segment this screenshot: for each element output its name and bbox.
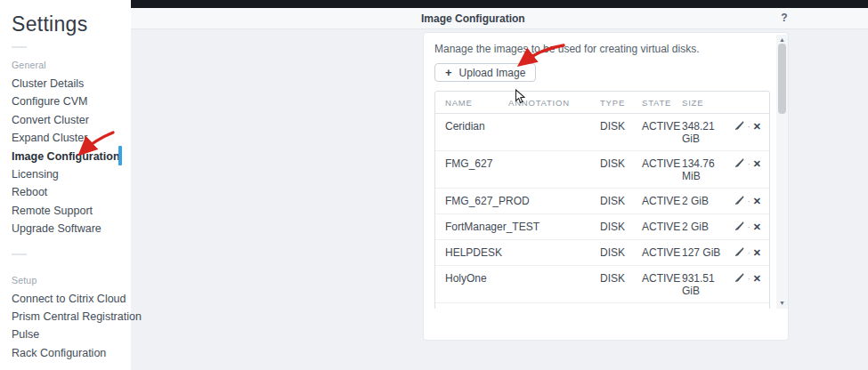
edit-pencil-icon[interactable] (735, 157, 744, 170)
cell-state: ACTIVE (642, 265, 682, 302)
selected-item-indicator (118, 146, 122, 165)
cell-type: DISK (600, 114, 642, 150)
help-icon[interactable]: ? (778, 12, 791, 26)
edit-pencil-icon[interactable] (735, 221, 744, 233)
cell-size: 519.89 GiB (682, 302, 726, 309)
top-dark-bar (131, 0, 868, 8)
card-scrollbar-thumb[interactable] (778, 44, 786, 114)
cell-actions: ·✕ (726, 239, 769, 265)
sidebar-title: Settings (12, 12, 131, 36)
cell-size: 2 GiB (682, 213, 726, 239)
cell-state: ACTIVE (642, 188, 682, 213)
table-row: FMG_627DISKACTIVE134.76 MiB·✕ (435, 150, 769, 188)
cell-actions: ·✕ (726, 265, 769, 302)
section-label-setup: Setup (12, 275, 131, 286)
sidebar-item-cluster-details[interactable]: Cluster Details (0, 75, 131, 92)
section-label-general: General (12, 60, 131, 70)
sidebar-sections: GeneralCluster DetailsConfigure CVMConve… (0, 46, 131, 362)
cell-type: DISK (600, 150, 642, 188)
action-separator: · (744, 274, 752, 284)
nav-list: Connect to Citrix CloudPrism Central Reg… (0, 290, 131, 363)
sidebar-item-remote-support[interactable]: Remote Support (0, 202, 131, 220)
table-row: HELPDESKDISKACTIVE127 GiB·✕ (435, 239, 769, 265)
cell-actions: ·✕ (726, 114, 769, 150)
panel-header: Image Configuration ? (131, 8, 868, 29)
cell-actions: ·✕ (726, 213, 769, 239)
column-header-annotation: ANNOTATION (508, 92, 600, 114)
cell-type: DISK (600, 265, 642, 302)
images-table: NAME ANNOTATION TYPE STATE SIZE Ceridian… (434, 91, 770, 309)
sidebar-item-pulse[interactable]: Pulse (0, 326, 131, 343)
delete-x-icon[interactable]: ✕ (753, 221, 761, 233)
sidebar-item-expand-cluster[interactable]: Expand Cluster (0, 129, 131, 147)
cell-name: HELPDESK (435, 239, 508, 265)
delete-x-icon[interactable]: ✕ (753, 120, 761, 133)
delete-x-icon[interactable]: ✕ (753, 157, 761, 170)
plus-icon: + (445, 66, 452, 79)
cell-actions: ·✕ (726, 302, 769, 309)
edit-pencil-icon[interactable] (735, 195, 744, 207)
sidebar-item-prism-central-registration[interactable]: Prism Central Registration (0, 308, 131, 326)
panel-title: Image Configuration (421, 12, 525, 25)
settings-page: Settings GeneralCluster DetailsConfigure… (0, 0, 868, 370)
cell-annotation (508, 114, 600, 150)
upload-image-label: Upload Image (459, 67, 526, 79)
cell-state: ACTIVE (642, 302, 682, 309)
cell-annotation (508, 302, 600, 309)
upload-image-button[interactable]: + Upload Image (434, 63, 536, 82)
cell-name: ISYS-TS (435, 302, 508, 309)
sidebar-item-reboot[interactable]: Reboot (0, 183, 131, 201)
cell-type: DISK (600, 213, 642, 239)
cell-actions: ·✕ (726, 188, 769, 213)
cell-type: DISK (600, 302, 642, 309)
cell-state: ACTIVE (642, 114, 682, 150)
sidebar-item-licensing[interactable]: Licensing (0, 165, 131, 183)
sidebar-item-configure-cvm[interactable]: Configure CVM (0, 92, 131, 110)
column-header-actions (726, 92, 769, 114)
cell-name: Ceridian (435, 114, 508, 150)
sidebar-divider (12, 46, 27, 48)
image-configuration-card: Manage the images to be used for creatin… (423, 32, 789, 341)
nav-list: Cluster DetailsConfigure CVMConvert Clus… (0, 75, 131, 238)
cell-state: ACTIVE (642, 213, 682, 239)
table-row: FMG_627_PRODDISKACTIVE2 GiB·✕ (435, 188, 769, 213)
sidebar-item-rack-configuration[interactable]: Rack Configuration (0, 344, 131, 362)
delete-x-icon[interactable]: ✕ (753, 195, 761, 207)
edit-pencil-icon[interactable] (735, 120, 744, 133)
cell-actions: ·✕ (726, 150, 769, 188)
settings-sidebar: Settings GeneralCluster DetailsConfigure… (0, 0, 131, 370)
cell-name: HolyOne (435, 265, 508, 302)
cell-name: FortManager_TEST (435, 213, 508, 239)
action-separator: · (744, 159, 752, 169)
table-row: FortManager_TESTDISKACTIVE2 GiB·✕ (435, 213, 769, 239)
card-scroll-down-icon[interactable]: ▼ (776, 299, 788, 308)
cell-size: 348.21 GiB (682, 114, 726, 150)
column-header-state: STATE (642, 92, 682, 114)
sidebar-item-convert-cluster[interactable]: Convert Cluster (0, 111, 131, 129)
cell-type: DISK (600, 188, 642, 213)
cell-size: 134.76 MiB (682, 150, 726, 188)
cell-annotation (508, 265, 600, 302)
sidebar-item-upgrade-software[interactable]: Upgrade Software (0, 220, 131, 237)
cell-type: DISK (600, 239, 642, 265)
sidebar-item-connect-to-citrix-cloud[interactable]: Connect to Citrix Cloud (0, 290, 131, 308)
action-separator: · (744, 248, 752, 258)
cell-size: 2 GiB (682, 188, 726, 213)
edit-pencil-icon[interactable] (735, 246, 744, 259)
card-viewport: Manage the images to be used for creatin… (424, 33, 775, 309)
cell-name: FMG_627 (435, 150, 508, 188)
sidebar-divider (12, 253, 27, 255)
edit-pencil-icon[interactable] (735, 272, 744, 285)
table-header-row: NAME ANNOTATION TYPE STATE SIZE (435, 92, 769, 114)
table-row: ISYS-TSDISKACTIVE519.89 GiB·✕ (435, 302, 769, 309)
delete-x-icon[interactable]: ✕ (753, 246, 761, 259)
card-description: Manage the images to be used for creatin… (434, 43, 775, 55)
delete-x-icon[interactable]: ✕ (753, 272, 761, 285)
table-row: HolyOneDISKACTIVE931.51 GiB·✕ (435, 265, 769, 302)
cell-state: ACTIVE (642, 150, 682, 188)
table-row: CeridianDISKACTIVE348.21 GiB·✕ (435, 114, 769, 150)
cell-size: 931.51 GiB (682, 265, 726, 302)
sidebar-item-image-configuration[interactable]: Image Configuration (0, 148, 131, 165)
action-separator: · (744, 222, 752, 232)
cell-name: FMG_627_PROD (435, 188, 508, 213)
